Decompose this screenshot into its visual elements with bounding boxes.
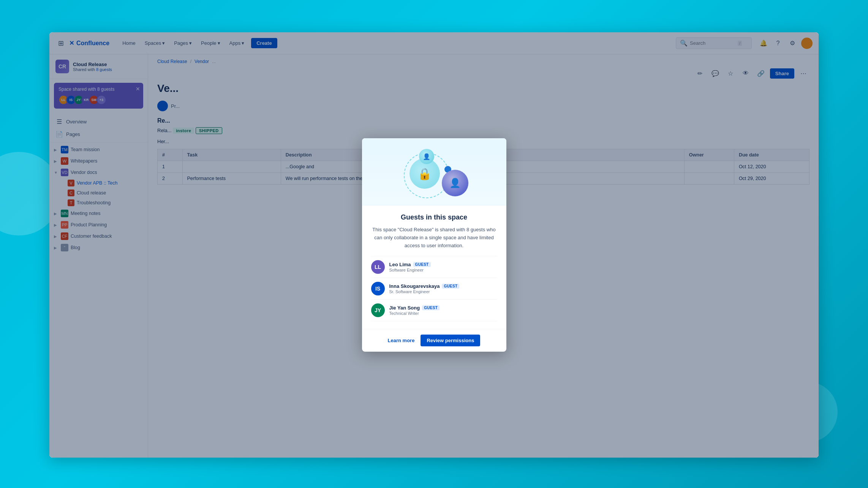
modal-overlay: 🔒 👤 👤 Guests in this space This space "C… [49, 32, 819, 458]
guest-role-jie: Technical Writer [389, 311, 497, 316]
guest-role-inna: Sr. Software Engineer [389, 289, 497, 294]
illustration-wrap: 🔒 👤 👤 [396, 149, 472, 198]
guest-list-item: JY Jie Yan Song GUEST Technical Writer [371, 300, 497, 321]
guest-list-item: LL Leo Lima GUEST Software Engineer [371, 256, 497, 278]
guest-name-jie: Jie Yan Song GUEST [389, 305, 497, 311]
guest-avatar-jie: JY [371, 303, 385, 317]
guest-list-item: IS Inna Skougarevskaya GUEST Sr. Softwar… [371, 278, 497, 300]
guest-tag-jie: GUEST [422, 305, 440, 310]
guest-avatar-leo: LL [371, 260, 385, 274]
guest-avatar-inna: IS [371, 282, 385, 295]
modal-title: Guests in this space [371, 213, 497, 221]
person-bubble-1: 👤 [419, 149, 434, 164]
modal-description: This space "Cloud Release" is shared wit… [371, 226, 497, 250]
guest-tag-leo: GUEST [413, 262, 431, 267]
modal-body: Guests in this space This space "Cloud R… [362, 206, 506, 328]
guest-list: LL Leo Lima GUEST Software Engineer IS [371, 256, 497, 321]
guest-role-leo: Software Engineer [389, 268, 497, 272]
learn-more-button[interactable]: Learn more [388, 338, 415, 343]
person-icon-2: 👤 [449, 178, 461, 188]
guest-info-jie: Jie Yan Song GUEST Technical Writer [389, 305, 497, 316]
modal-footer: Learn more Review permissions [362, 329, 506, 352]
guest-info-inna: Inna Skougarevskaya GUEST Sr. Software E… [389, 283, 497, 294]
guest-name-inna: Inna Skougarevskaya GUEST [389, 283, 497, 289]
guests-modal: 🔒 👤 👤 Guests in this space This space "C… [362, 138, 506, 351]
modal-illustration: 🔒 👤 👤 [362, 138, 506, 206]
lock-icon: 🔒 [417, 167, 432, 180]
guest-tag-inna: GUEST [442, 284, 459, 289]
guest-info-leo: Leo Lima GUEST Software Engineer [389, 262, 497, 272]
app-window: ⊞ ✕ Confluence Home Spaces ▾ Pages ▾ Peo… [49, 32, 819, 458]
review-permissions-button[interactable]: Review permissions [421, 335, 480, 346]
person-bubble-2: 👤 [442, 170, 468, 196]
guest-name-leo: Leo Lima GUEST [389, 262, 497, 267]
person-icon-1: 👤 [423, 153, 430, 160]
